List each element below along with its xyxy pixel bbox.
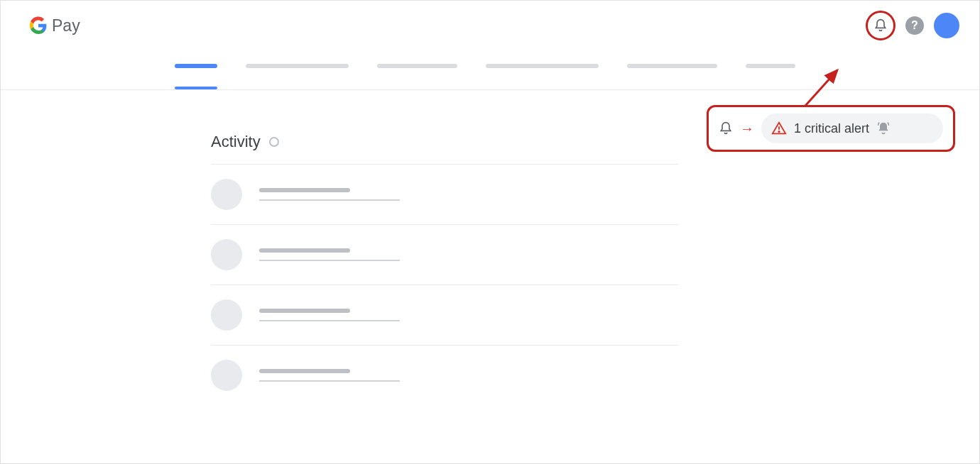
- tab-1[interactable]: [175, 64, 217, 89]
- item-avatar-placeholder: [211, 299, 242, 331]
- help-button[interactable]: ?: [905, 16, 924, 35]
- list-item[interactable]: [211, 225, 979, 285]
- item-text-placeholder: [259, 188, 400, 201]
- list-item[interactable]: [211, 285, 979, 345]
- tab-3[interactable]: [377, 64, 457, 89]
- arrow-right-icon: →: [740, 121, 754, 137]
- tab-placeholder: [746, 64, 795, 68]
- tab-placeholder: [246, 64, 349, 68]
- bell-icon: [719, 121, 733, 136]
- header: Pay ?: [1, 1, 979, 50]
- tab-placeholder: [486, 64, 599, 68]
- tabs: [1, 50, 979, 90]
- header-actions: ?: [866, 11, 959, 40]
- google-g-icon: [29, 16, 48, 35]
- list-item[interactable]: [211, 346, 979, 405]
- alert-count: 1: [794, 121, 801, 136]
- tab-6[interactable]: [746, 64, 795, 89]
- item-text-placeholder: [259, 248, 400, 261]
- item-avatar-placeholder: [211, 239, 242, 270]
- tab-4[interactable]: [486, 64, 599, 89]
- item-avatar-placeholder: [211, 360, 242, 391]
- gpay-logo[interactable]: Pay: [29, 16, 80, 35]
- alert-text: critical alert: [805, 121, 869, 136]
- warning-triangle-icon: [771, 121, 787, 136]
- alert-label: 1 critical alert: [794, 121, 869, 136]
- svg-point-2: [778, 131, 779, 132]
- tab-placeholder: [627, 64, 717, 68]
- notifications-button[interactable]: [866, 11, 895, 40]
- annotation-callout: → 1 critical alert: [707, 105, 955, 152]
- avatar[interactable]: [934, 13, 959, 38]
- tab-placeholder: [377, 64, 457, 68]
- item-text-placeholder: [259, 369, 400, 382]
- bell-ring-icon: [876, 121, 891, 136]
- brand-name: Pay: [52, 16, 80, 35]
- alert-pill[interactable]: 1 critical alert: [761, 114, 943, 143]
- question-mark-icon: ?: [911, 19, 918, 32]
- item-text-placeholder: [259, 309, 400, 321]
- list-item[interactable]: [211, 165, 979, 224]
- tab-placeholder: [175, 64, 217, 68]
- tab-2[interactable]: [246, 64, 349, 89]
- section-title-text: Activity: [211, 133, 261, 151]
- item-avatar-placeholder: [211, 179, 242, 210]
- tab-5[interactable]: [627, 64, 717, 89]
- circle-icon: [269, 137, 279, 147]
- bell-icon: [873, 18, 888, 33]
